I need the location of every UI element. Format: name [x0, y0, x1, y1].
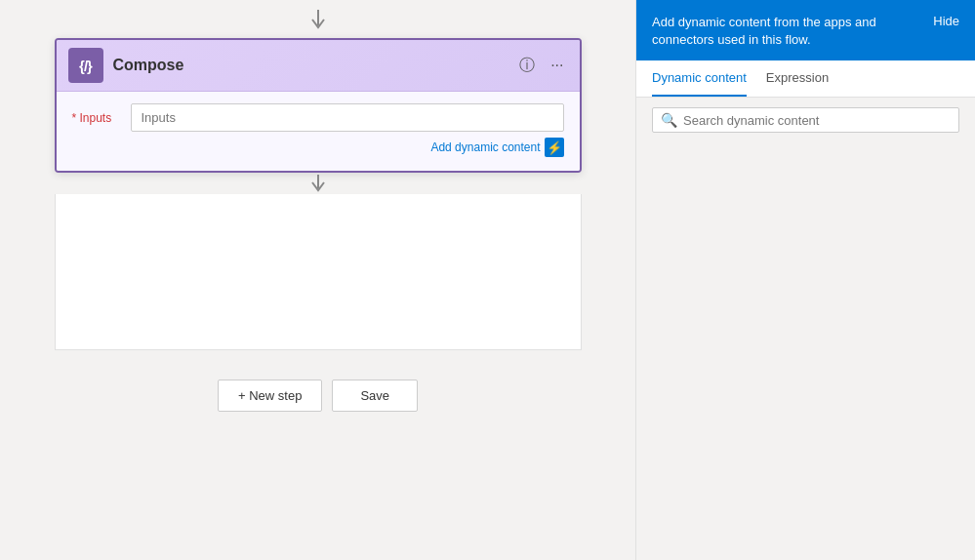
compose-icon: {/}	[68, 48, 103, 83]
add-dynamic-row: Add dynamic content ⚡	[72, 138, 564, 157]
panel-hide-button[interactable]: Hide	[933, 14, 959, 28]
panel-search-area: 🔍	[636, 98, 975, 142]
required-asterisk: *	[72, 111, 77, 125]
compose-header-actions: ⓘ ···	[515, 54, 567, 78]
new-step-button[interactable]: + New step	[218, 380, 322, 412]
search-input-wrapper: 🔍	[652, 107, 959, 133]
panel-tabs: Dynamic content Expression	[636, 60, 975, 98]
tab-expression[interactable]: Expression	[766, 60, 829, 97]
main-canvas: {/} Compose ⓘ ··· * Inputs Add dynamic c…	[0, 0, 635, 560]
more-icon[interactable]: ···	[547, 55, 567, 76]
compose-card-body: * Inputs Add dynamic content ⚡	[57, 92, 580, 171]
input-label: * Inputs	[72, 111, 121, 125]
panel-header: Add dynamic content from the apps and co…	[636, 0, 975, 60]
connector-arrow-top	[309, 10, 327, 36]
info-icon[interactable]: ⓘ	[515, 54, 539, 78]
search-dynamic-content-input[interactable]	[683, 113, 951, 128]
search-icon: 🔍	[661, 112, 677, 128]
save-button[interactable]: Save	[332, 380, 418, 412]
right-panel: Add dynamic content from the apps and co…	[635, 0, 975, 560]
add-dynamic-content-link[interactable]: Add dynamic content	[430, 140, 540, 154]
mid-connector	[309, 175, 327, 194]
compose-card: {/} Compose ⓘ ··· * Inputs Add dynamic c…	[55, 38, 582, 173]
compose-card-header: {/} Compose ⓘ ···	[57, 40, 580, 92]
input-label-text: Inputs	[80, 111, 112, 125]
dynamic-content-icon-button[interactable]: ⚡	[545, 138, 564, 157]
compose-title: Compose	[113, 57, 516, 74]
tab-dynamic-content[interactable]: Dynamic content	[652, 60, 747, 97]
input-row: * Inputs	[72, 103, 564, 132]
panel-header-text: Add dynamic content from the apps and co…	[652, 14, 933, 49]
white-area	[55, 194, 582, 350]
inputs-field[interactable]	[131, 103, 564, 132]
bottom-buttons: + New step Save	[218, 380, 418, 412]
panel-content-area[interactable]	[636, 142, 975, 560]
